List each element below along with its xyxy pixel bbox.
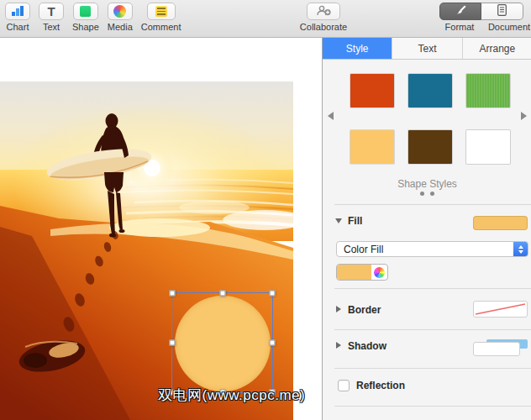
fill-color-well[interactable] [336, 264, 388, 281]
collaborate-icon [316, 4, 332, 19]
toolbar-insert-group: Chart T Text Shape Media Comment [5, 3, 181, 32]
media-button-label: Media [108, 22, 133, 32]
shape-icon [80, 6, 91, 17]
inspector-tab-bar: Style Text Arrange [323, 38, 531, 60]
color-wheel-icon [374, 267, 385, 278]
document-icon [497, 4, 507, 19]
media-icon [113, 5, 126, 18]
view-segmented-control [439, 3, 523, 20]
format-button-label: Format [434, 22, 485, 32]
color-wheel-button[interactable] [371, 265, 387, 280]
shape-style-swatch-gold[interactable] [350, 130, 394, 164]
reflection-checkbox[interactable] [338, 380, 350, 391]
fill-section-label: Fill [348, 215, 362, 227]
pages-app-window: { "toolbar": { "buttons": [ { "label": "… [0, 0, 531, 420]
border-disclosure-triangle-icon[interactable] [336, 306, 341, 312]
shadow-preview[interactable] [473, 339, 528, 356]
swatch-page-right-arrow-icon[interactable] [521, 112, 527, 120]
comment-button-label: Comment [141, 22, 181, 32]
divider [334, 329, 531, 330]
page-dot-1[interactable] [420, 192, 424, 196]
divider [334, 204, 531, 205]
swatch-page-dots [323, 192, 531, 196]
shape-selection-box [171, 292, 273, 393]
shape-button[interactable]: Shape [72, 3, 99, 32]
selection-handle-top-right[interactable] [270, 291, 276, 297]
color-well-current-color[interactable] [337, 265, 371, 280]
comment-icon [155, 6, 167, 17]
text-icon: T [47, 5, 55, 18]
toolbar: Chart T Text Shape Media Comment [0, 0, 531, 38]
tab-text[interactable]: Text [392, 38, 462, 59]
bar-chart-icon [11, 4, 24, 19]
no-border-line-icon [476, 304, 525, 314]
border-section-label: Border [348, 304, 381, 316]
shape-styles-label: Shape Styles [323, 178, 531, 190]
border-none-preview[interactable] [473, 301, 528, 318]
format-button[interactable] [439, 3, 481, 20]
format-paintbrush-icon [455, 4, 467, 19]
shape-button-label: Shape [72, 22, 99, 32]
selection-handle-middle-left[interactable] [170, 340, 176, 346]
document-button-label: Document [485, 22, 531, 32]
fill-type-dropdown[interactable]: Color Fill [336, 241, 528, 257]
shape-style-swatch-white[interactable] [466, 130, 510, 164]
document-canvas[interactable] [0, 38, 322, 420]
shape-style-swatch-red[interactable] [350, 74, 394, 108]
selection-handle-middle-right[interactable] [270, 340, 276, 346]
format-inspector-panel: Style Text Arrange Shape Styles Fill Col… [322, 38, 531, 420]
fill-color-swatch[interactable] [473, 216, 528, 230]
media-button[interactable]: Media [108, 3, 133, 32]
page-dot-2[interactable] [430, 192, 434, 196]
swatch-page-left-arrow-icon[interactable] [328, 112, 334, 120]
text-button[interactable]: T Text [39, 3, 64, 32]
comment-button[interactable]: Comment [141, 3, 181, 32]
shape-style-swatch-green[interactable] [466, 74, 510, 108]
shadow-preview-card [473, 342, 520, 356]
reflection-label: Reflection [356, 380, 405, 391]
fill-disclosure-triangle-icon[interactable] [335, 218, 342, 223]
document-button[interactable] [481, 3, 523, 20]
divider [334, 368, 531, 369]
chart-button-label: Chart [7, 22, 29, 32]
watermark-text: 双电网(www.pcpc.me) [158, 386, 305, 405]
collaborate-button[interactable]: Collaborate [293, 3, 354, 32]
shape-style-swatch-brown[interactable] [408, 130, 452, 164]
divider [334, 406, 531, 407]
collaborate-button-label: Collaborate [300, 22, 347, 32]
selection-handle-top-center[interactable] [219, 291, 225, 297]
text-button-label: Text [43, 22, 60, 32]
view-segmented-labels: Format Document [434, 22, 531, 32]
toolbar-collaborate-group: Collaborate [293, 3, 354, 32]
selection-handle-top-left[interactable] [170, 291, 176, 297]
divider [334, 288, 531, 289]
tab-arrange[interactable]: Arrange [463, 38, 531, 59]
shadow-section-label: Shadow [348, 340, 386, 352]
fill-type-value: Color Fill [337, 244, 513, 255]
dropdown-stepper-icon [513, 241, 528, 257]
shadow-disclosure-triangle-icon[interactable] [336, 342, 341, 349]
tab-style[interactable]: Style [323, 38, 392, 59]
shape-style-swatch-blue[interactable] [408, 74, 452, 108]
chart-button[interactable]: Chart [5, 3, 30, 32]
